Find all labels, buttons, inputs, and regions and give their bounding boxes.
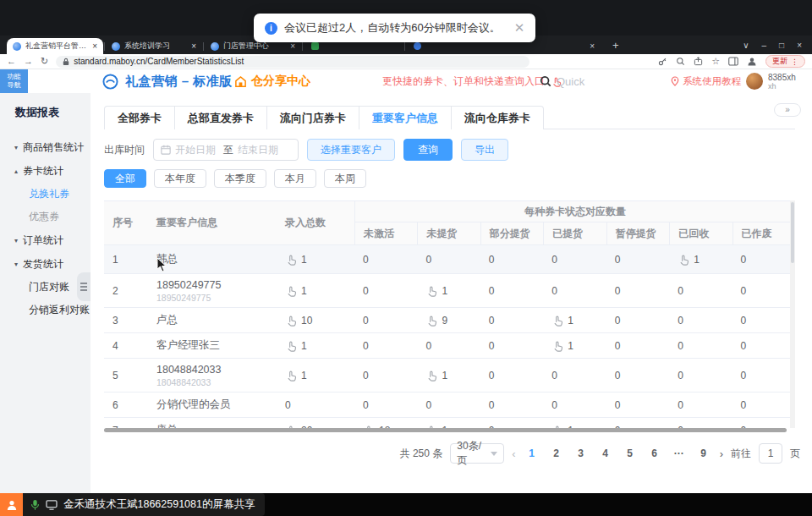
content-tab[interactable]: 重要客户信息	[359, 107, 452, 129]
click-hand-icon[interactable]	[285, 254, 297, 266]
page-number[interactable]: 4	[597, 447, 614, 459]
horizontal-scrollbar[interactable]	[104, 428, 787, 432]
select-customer-button[interactable]: 选择重要客户	[307, 139, 395, 161]
tab-search-icon[interactable]: ∨	[743, 41, 749, 50]
date-range-picker[interactable]: 至	[153, 139, 299, 161]
click-hand-icon[interactable]	[285, 285, 297, 297]
maximize-icon[interactable]: □	[779, 41, 784, 50]
system-tutorial-link[interactable]: 系统使用教程	[671, 69, 741, 93]
expand-more-button[interactable]: »	[774, 103, 801, 117]
click-hand-icon[interactable]	[285, 315, 297, 327]
table-row[interactable]: 2189502497751895024977510100000	[104, 274, 795, 308]
bookmark-star-icon[interactable]: ☆	[711, 56, 720, 67]
zoom-icon[interactable]	[676, 57, 685, 66]
status-cell: 0	[354, 245, 417, 273]
new-tab-icon[interactable]: +	[612, 39, 619, 52]
time-chip[interactable]: 本周	[324, 169, 366, 188]
warehouse-share-center-link[interactable]: 仓分享中心	[234, 69, 310, 93]
cell-value: 0	[489, 315, 495, 327]
status-cell: 9	[417, 308, 480, 332]
table-row[interactable]: 4客户经理张三10001000	[104, 333, 795, 359]
export-button[interactable]: 导出	[461, 139, 508, 161]
click-hand-icon[interactable]	[425, 285, 437, 297]
sidebar-item[interactable]: ▴券卡统计	[0, 159, 91, 183]
forward-icon[interactable]: →	[24, 57, 33, 66]
click-hand-icon[interactable]	[425, 315, 437, 327]
profile-icon[interactable]	[747, 57, 757, 67]
quick-search[interactable]: Quick	[540, 69, 584, 93]
sidepanel-icon[interactable]	[728, 57, 738, 66]
search-button[interactable]: 查询	[403, 139, 453, 161]
table-row[interactable]: 7唐总2018101000	[104, 418, 795, 428]
warehouse-icon	[234, 75, 247, 88]
scrollbar-thumb[interactable]	[791, 202, 794, 263]
sidebar-item[interactable]: ▾订单统计	[0, 228, 91, 252]
table-row[interactable]: 3卢总100901000	[104, 308, 795, 333]
sidebar-item-label: 券卡统计	[23, 164, 63, 178]
tab-close-icon[interactable]: ×	[92, 41, 97, 51]
reload-icon[interactable]: ↻	[41, 57, 48, 66]
toast-close-icon[interactable]: ✕	[514, 20, 525, 36]
click-hand-icon[interactable]	[285, 370, 297, 382]
page-number[interactable]: 3	[573, 447, 590, 459]
click-hand-icon[interactable]	[425, 370, 437, 382]
tab-close-icon[interactable]: ×	[290, 41, 295, 51]
vertical-scrollbar[interactable]	[790, 200, 795, 428]
page-size-select[interactable]: 30条/页	[450, 443, 504, 464]
caret-down-icon: ▾	[14, 237, 18, 244]
table-row[interactable]: 6分销代理的会员00000000	[104, 392, 795, 418]
content-tab[interactable]: 流向门店券卡	[267, 107, 359, 129]
close-window-icon[interactable]: ×	[797, 41, 802, 50]
sidebar-item[interactable]: ▾发货统计	[0, 252, 91, 276]
sidebar: 数据报表 ▾商品销售统计▴券卡统计兑换礼券优惠券▾订单统计▾发货统计门店对账分销…	[0, 93, 91, 493]
tab-close-icon[interactable]: ×	[590, 41, 595, 51]
goto-page-input[interactable]	[759, 443, 782, 464]
main-area: 数据报表 ▾商品销售统计▴券卡统计兑换礼券优惠券▾订单统计▾发货统计门店对账分销…	[0, 93, 812, 493]
address-bar[interactable]: standard.maboy.cn/CardMemberStatisticsLi…	[56, 56, 529, 68]
minimize-icon[interactable]: –	[762, 41, 767, 50]
status-cell: 0	[354, 308, 417, 332]
cell-value: 10	[301, 315, 312, 327]
quick-entry-tip[interactable]: 更快捷的券卡、订单和快递查询入口	[382, 69, 562, 93]
url-text: standard.maboy.cn/CardMemberStatisticsLi…	[74, 57, 244, 66]
browser-update-button[interactable]: 更新 ⋮	[765, 55, 805, 68]
share-icon[interactable]	[694, 57, 703, 66]
user-menu[interactable]: 8385xh xh	[746, 69, 796, 93]
click-hand-icon[interactable]	[678, 254, 689, 266]
click-hand-icon[interactable]	[551, 340, 563, 352]
page-number[interactable]: 5	[622, 447, 639, 459]
key-icon[interactable]	[658, 57, 667, 66]
function-nav-toggle[interactable]: 功能 导航	[0, 69, 28, 93]
start-date-input[interactable]	[175, 144, 219, 156]
table-row[interactable]: 5180488420331804884203310100000	[104, 359, 795, 392]
back-icon[interactable]: ←	[7, 57, 16, 66]
time-chip[interactable]: 本季度	[214, 169, 266, 188]
time-chip[interactable]: 全部	[104, 169, 146, 188]
tab-close-icon[interactable]: ×	[191, 41, 196, 51]
sidebar-item[interactable]: 优惠券	[0, 206, 91, 228]
cell-value: 0	[741, 399, 747, 411]
browser-tab[interactable]: 系统培训学习×	[106, 38, 202, 54]
next-page-icon[interactable]: ›	[720, 447, 723, 460]
page-number[interactable]: 2	[548, 447, 565, 459]
page-ellipsis[interactable]: ···	[671, 447, 688, 459]
sidebar-item[interactable]: 兑换礼券	[0, 183, 91, 206]
prev-page-icon[interactable]: ‹	[512, 447, 515, 460]
content-tab[interactable]: 全部券卡	[105, 107, 175, 129]
sidebar-item[interactable]: 分销返利对账	[0, 299, 91, 321]
page-number[interactable]: 9	[695, 447, 712, 459]
sidebar-item[interactable]: ▾商品销售统计	[0, 135, 91, 159]
content-tab[interactable]: 总部直发券卡	[175, 107, 267, 129]
time-chip[interactable]: 本月	[274, 169, 316, 188]
time-chip[interactable]: 本年度	[154, 169, 206, 188]
status-cell: 0	[669, 308, 732, 332]
click-hand-icon[interactable]	[551, 315, 563, 327]
click-hand-icon[interactable]	[285, 340, 297, 352]
page-number[interactable]: 6	[646, 447, 663, 459]
page-number[interactable]: 1	[524, 447, 540, 459]
content-tab[interactable]: 流向仓库券卡	[452, 107, 543, 129]
table-row[interactable]: 1韩总10000010	[104, 245, 795, 274]
sidebar-collapse-handle[interactable]	[77, 272, 91, 301]
end-date-input[interactable]	[238, 144, 282, 156]
browser-tab[interactable]: 礼盒营销平台管理中心×	[7, 38, 103, 54]
